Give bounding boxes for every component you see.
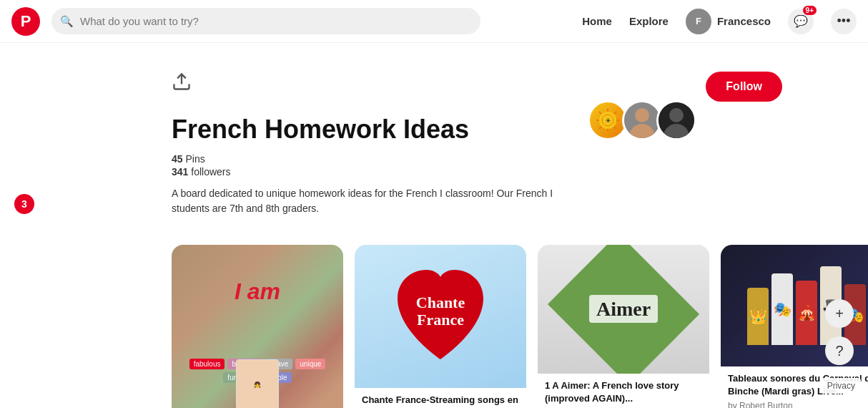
pin-by-label: by Robert Burton	[728, 401, 868, 408]
pin-card[interactable]: Aimer 1 A Aimer: A French love story (im…	[538, 245, 709, 408]
svg-point-16	[669, 108, 684, 122]
pin-card[interactable]: I am fabulous beautiful brave unique fun…	[172, 245, 343, 408]
board-title: French Homework Ideas	[172, 115, 839, 145]
svg-point-13	[635, 108, 649, 122]
main-content: Follow ☀	[0, 43, 868, 408]
pinterest-logo[interactable]: P	[11, 7, 40, 36]
more-options-button[interactable]: •••	[831, 9, 857, 34]
main-nav: Home Explore F Francesco 💬 9+ •••	[582, 9, 857, 34]
nav-explore[interactable]: Explore	[629, 15, 669, 27]
pin-info: Chante France-Streaming songs en francai…	[355, 388, 526, 408]
side-notification-badge: 3	[14, 194, 34, 214]
followers-count-line: 341 followers	[172, 166, 839, 178]
svg-line-9	[599, 127, 601, 129]
help-button[interactable]: ?	[825, 336, 854, 365]
pins-count-line: 45 Pins	[172, 153, 839, 165]
avatar: F	[686, 9, 711, 34]
search-icon: 🔍	[60, 15, 74, 28]
svg-text:Chante: Chante	[416, 293, 465, 311]
message-icon: 💬	[794, 14, 808, 28]
svg-line-8	[614, 112, 616, 114]
pin-grid: I am fabulous beautiful brave unique fun…	[172, 245, 839, 408]
username-label: Francesco	[717, 15, 771, 27]
svg-text:France: France	[417, 311, 464, 329]
board-meta: 45 Pins 341 followers	[172, 153, 839, 178]
chante-france-heart: Chante France	[383, 259, 498, 374]
pin-image-3: Aimer	[538, 245, 709, 374]
messages-button[interactable]: 💬 9+	[788, 9, 814, 34]
nav-home[interactable]: Home	[582, 15, 612, 27]
pin-info: 1 A Aimer: A French love story (improved…	[538, 374, 709, 408]
pin-title: 1 A Aimer: A French love story (improved…	[545, 379, 702, 405]
privacy-link[interactable]: Privacy	[822, 378, 861, 394]
pin-title: Chante France-Streaming songs en francai…	[362, 394, 519, 408]
add-button[interactable]: +	[825, 299, 854, 328]
svg-text:☀: ☀	[605, 117, 611, 125]
pin-image-1: I am fabulous beautiful brave unique fun…	[172, 245, 343, 408]
follow-button[interactable]: Follow	[706, 72, 782, 102]
message-badge: 9+	[803, 6, 817, 15]
search-input[interactable]	[51, 8, 480, 34]
follower-avatar-3	[656, 100, 696, 140]
search-bar-container: 🔍	[51, 8, 480, 34]
svg-line-6	[599, 112, 601, 114]
board-header: Follow ☀	[172, 57, 839, 230]
user-menu[interactable]: F Francesco	[686, 9, 771, 34]
pin-card[interactable]: Chante France Chante France-Streaming so…	[355, 245, 526, 408]
share-button[interactable]	[172, 72, 192, 94]
pin-image-2: Chante France	[355, 245, 526, 388]
svg-line-7	[614, 127, 616, 129]
right-actions: + ?	[825, 299, 854, 365]
header: P 🔍 Home Explore F Francesco 💬 9+ •••	[0, 0, 868, 43]
follower-avatars: ☀	[588, 100, 696, 140]
board-description: A board dedicated to unique homework ide…	[172, 186, 565, 216]
